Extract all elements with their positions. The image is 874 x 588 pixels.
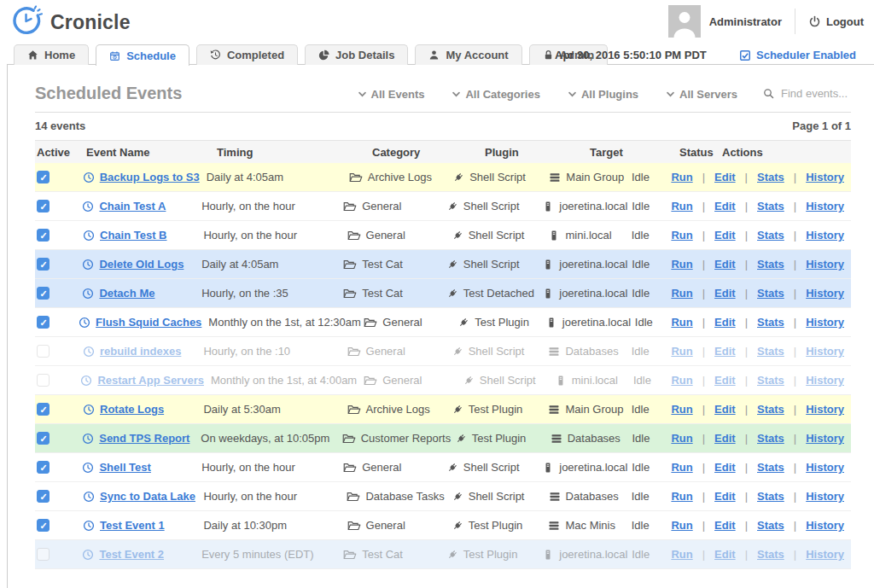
active-checkbox[interactable]: [37, 461, 50, 474]
filter-all-events[interactable]: All Events: [358, 88, 425, 101]
action-history-link[interactable]: History: [806, 258, 844, 271]
action-history-link[interactable]: History: [806, 374, 844, 387]
active-checkbox[interactable]: [37, 287, 50, 300]
active-checkbox[interactable]: [37, 258, 50, 271]
action-stats-link[interactable]: Stats: [757, 548, 784, 561]
tab-job-details[interactable]: Job Details: [305, 44, 408, 65]
filter-all-servers[interactable]: All Servers: [666, 88, 737, 101]
action-edit-link[interactable]: Edit: [714, 287, 736, 300]
event-name-link[interactable]: Test Event 1: [100, 519, 165, 532]
action-stats-link[interactable]: Stats: [757, 200, 784, 212]
action-edit-link[interactable]: Edit: [714, 258, 736, 271]
action-separator: |: [794, 316, 796, 329]
action-stats-link[interactable]: Stats: [757, 287, 784, 300]
action-edit-link[interactable]: Edit: [714, 229, 736, 242]
event-name-link[interactable]: Chain Test B: [100, 229, 167, 242]
action-run-link[interactable]: Run: [671, 519, 692, 532]
active-checkbox[interactable]: [37, 171, 50, 183]
tab-schedule[interactable]: Schedule: [96, 44, 189, 66]
action-stats-link[interactable]: Stats: [757, 258, 784, 271]
active-checkbox[interactable]: [37, 432, 50, 445]
action-history-link[interactable]: History: [806, 519, 844, 532]
action-edit-link[interactable]: Edit: [714, 345, 736, 358]
action-stats-link[interactable]: Stats: [757, 519, 784, 532]
action-run-link[interactable]: Run: [671, 229, 692, 242]
action-history-link[interactable]: History: [806, 548, 844, 561]
action-separator: |: [745, 432, 748, 445]
tab-home[interactable]: Home: [14, 44, 89, 65]
active-checkbox[interactable]: [37, 548, 50, 561]
server-group-icon: [548, 404, 560, 416]
action-history-link[interactable]: History: [806, 345, 844, 358]
action-history-link[interactable]: History: [806, 316, 844, 329]
action-history-link[interactable]: History: [806, 229, 844, 242]
action-run-link[interactable]: Run: [671, 287, 692, 300]
action-edit-link[interactable]: Edit: [714, 519, 736, 532]
active-checkbox[interactable]: [37, 229, 50, 242]
tab-my-account[interactable]: My Account: [415, 44, 521, 65]
active-checkbox[interactable]: [37, 490, 50, 503]
event-name-link[interactable]: Sync to Data Lake: [100, 490, 195, 503]
action-edit-link[interactable]: Edit: [714, 432, 736, 445]
active-checkbox[interactable]: [37, 519, 50, 532]
event-name-link[interactable]: Detach Me: [99, 287, 154, 300]
event-name-link[interactable]: Delete Old Logs: [99, 258, 184, 271]
action-edit-link[interactable]: Edit: [714, 461, 736, 474]
action-stats-link[interactable]: Stats: [757, 432, 784, 445]
action-edit-link[interactable]: Edit: [714, 316, 736, 329]
event-name-link[interactable]: rebuild indexes: [100, 345, 181, 358]
active-checkbox[interactable]: [37, 374, 50, 387]
active-checkbox[interactable]: [37, 403, 50, 416]
active-checkbox[interactable]: [37, 345, 50, 358]
active-checkbox[interactable]: [37, 200, 50, 212]
action-run-link[interactable]: Run: [671, 345, 692, 358]
event-name-link[interactable]: Send TPS Report: [99, 432, 189, 445]
server-group-icon: [551, 433, 562, 445]
action-stats-link[interactable]: Stats: [757, 461, 784, 474]
action-stats-link[interactable]: Stats: [757, 229, 784, 242]
event-name-link[interactable]: Test Event 2: [99, 548, 164, 561]
action-run-link[interactable]: Run: [671, 461, 692, 474]
action-stats-link[interactable]: Stats: [757, 316, 784, 329]
action-run-link[interactable]: Run: [671, 548, 692, 561]
logout-button[interactable]: Logout: [808, 15, 864, 28]
action-edit-link[interactable]: Edit: [714, 374, 736, 387]
action-history-link[interactable]: History: [806, 287, 844, 300]
event-name-link[interactable]: Rotate Logs: [100, 403, 164, 416]
action-edit-link[interactable]: Edit: [714, 200, 736, 212]
event-name-link[interactable]: Backup Logs to S3: [100, 171, 200, 183]
action-edit-link[interactable]: Edit: [714, 490, 736, 503]
action-run-link[interactable]: Run: [671, 490, 692, 503]
event-name-link[interactable]: Flush Squid Caches: [96, 316, 201, 329]
filter-all-plugins[interactable]: All Plugins: [568, 88, 638, 101]
action-history-link[interactable]: History: [806, 461, 844, 474]
action-run-link[interactable]: Run: [671, 316, 692, 329]
search-input[interactable]: [779, 86, 851, 101]
tab-completed[interactable]: Completed: [196, 44, 298, 65]
action-run-link[interactable]: Run: [671, 171, 692, 183]
scheduler-enabled-toggle[interactable]: Scheduler Enabled: [739, 49, 856, 61]
action-history-link[interactable]: History: [806, 490, 844, 503]
event-name-link[interactable]: Chain Test A: [99, 200, 166, 212]
action-run-link[interactable]: Run: [671, 432, 692, 445]
action-history-link[interactable]: History: [806, 403, 844, 416]
action-stats-link[interactable]: Stats: [757, 171, 784, 183]
action-history-link[interactable]: History: [806, 171, 844, 183]
action-stats-link[interactable]: Stats: [757, 374, 784, 387]
action-stats-link[interactable]: Stats: [757, 490, 784, 503]
event-name-link[interactable]: Restart App Servers: [97, 374, 204, 387]
active-checkbox[interactable]: [37, 316, 50, 329]
action-history-link[interactable]: History: [806, 432, 844, 445]
action-history-link[interactable]: History: [806, 200, 844, 212]
action-edit-link[interactable]: Edit: [714, 548, 736, 561]
action-stats-link[interactable]: Stats: [757, 403, 784, 416]
filter-all-categories[interactable]: All Categories: [452, 88, 539, 101]
action-run-link[interactable]: Run: [671, 200, 692, 212]
action-run-link[interactable]: Run: [671, 403, 692, 416]
action-edit-link[interactable]: Edit: [714, 403, 736, 416]
action-stats-link[interactable]: Stats: [757, 345, 784, 358]
action-run-link[interactable]: Run: [671, 258, 692, 271]
event-name-link[interactable]: Shell Test: [99, 461, 150, 474]
action-run-link[interactable]: Run: [671, 374, 692, 387]
action-edit-link[interactable]: Edit: [714, 171, 736, 183]
